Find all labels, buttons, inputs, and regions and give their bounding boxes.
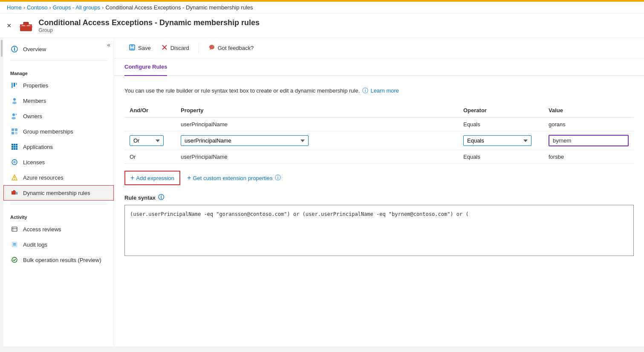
sidebar-item-owners[interactable]: Owners — [3, 108, 114, 124]
row3-value: forsbe — [543, 150, 634, 164]
svg-rect-22 — [14, 144, 15, 145]
svg-rect-20 — [15, 132, 17, 134]
col-operator: Operator — [458, 104, 543, 117]
activity-section-label: Activity — [3, 208, 114, 221]
svg-rect-21 — [12, 144, 13, 145]
save-button[interactable]: Save — [124, 41, 155, 55]
audit-logs-icon — [10, 240, 19, 249]
sidebar-item-licenses[interactable]: Licenses — [3, 154, 114, 170]
breadcrumb-sep-1: › — [23, 4, 25, 11]
page-header: × Conditional Access Exceptions - Dynami… — [0, 14, 644, 38]
svg-point-13 — [12, 102, 17, 104]
learn-more-link[interactable]: Learn more — [371, 87, 399, 94]
svg-rect-17 — [12, 128, 14, 131]
svg-rect-10 — [14, 83, 15, 87]
get-custom-extension-button[interactable]: + Get custom extension properties ⓘ — [187, 174, 282, 182]
svg-rect-24 — [12, 146, 13, 148]
sidebar-item-properties[interactable]: Properties — [3, 78, 114, 93]
access-reviews-icon — [10, 225, 19, 233]
svg-rect-26 — [16, 146, 17, 148]
sidebar-item-label: Overview — [23, 46, 46, 52]
info-tooltip-icon[interactable]: ⓘ — [362, 87, 368, 94]
toolbar-separator — [199, 43, 199, 53]
manage-divider — [10, 60, 107, 61]
add-expression-button[interactable]: + Add expression — [124, 171, 180, 185]
sidebar-item-bulk-operation[interactable]: Bulk operation results (Preview) — [3, 252, 114, 268]
dynamic-membership-icon — [10, 189, 19, 197]
get-custom-info-icon[interactable]: ⓘ — [275, 174, 281, 182]
activity-divider — [10, 204, 107, 204]
svg-rect-5 — [22, 25, 25, 26]
row2-and-or-cell: Or And — [124, 131, 176, 150]
and-or-select[interactable]: Or And — [130, 135, 164, 146]
azure-resources-icon — [10, 173, 19, 182]
discard-icon — [161, 44, 168, 52]
page-subtitle: Group — [39, 27, 260, 33]
breadcrumb-current: Conditional Access Exceptions - Dynamic … — [105, 4, 253, 11]
sidebar-item-audit-logs[interactable]: Audit logs — [3, 237, 114, 252]
sidebar-item-overview[interactable]: i Overview — [3, 41, 114, 57]
property-select[interactable]: userPrincipalName displayName mail depar… — [181, 135, 309, 146]
row2-property-cell: userPrincipalName displayName mail depar… — [176, 131, 458, 150]
row2-operator-cell: Equals Not Equals Contains — [458, 131, 543, 150]
sidebar-item-applications[interactable]: Applications — [3, 139, 114, 154]
operator-select[interactable]: Equals Not Equals Contains — [463, 135, 531, 146]
header-icon — [18, 18, 34, 33]
toolbar: Save Discard Got feedback? — [114, 38, 644, 58]
breadcrumb-contoso[interactable]: Contoso — [27, 4, 47, 11]
svg-rect-29 — [16, 148, 17, 150]
rule-table: And/Or Property Operator Value userPrinc… — [124, 104, 634, 164]
feedback-button[interactable]: Got feedback? — [204, 41, 258, 55]
row1-and-or — [124, 117, 176, 131]
svg-text:i: i — [14, 46, 15, 52]
rule-syntax-box[interactable]: (user.userPrincipalName -eq "goransson@c… — [124, 205, 634, 256]
row1-operator: Equals — [458, 117, 543, 131]
svg-rect-11 — [16, 83, 17, 85]
rule-syntax-section: Rule syntax ⓘ (user.userPrincipalName -e… — [124, 194, 634, 256]
svg-rect-47 — [131, 45, 133, 47]
sidebar-item-label: Licenses — [23, 159, 45, 166]
sidebar-item-members[interactable]: Members — [3, 93, 114, 108]
value-input[interactable] — [549, 135, 629, 146]
owners-icon — [10, 112, 19, 120]
svg-point-15 — [12, 117, 16, 119]
row2-value-cell — [543, 131, 634, 150]
sidebar-scrollbar — [0, 38, 3, 346]
content-body: You can use the rule builder or rule syn… — [114, 76, 644, 266]
discard-button[interactable]: Discard — [157, 41, 193, 55]
rule-actions-row: + Add expression + Get custom extension … — [124, 171, 634, 185]
applications-icon — [10, 143, 19, 151]
breadcrumb-home[interactable]: Home — [7, 4, 22, 11]
rule-syntax-info-icon[interactable]: ⓘ — [158, 194, 164, 201]
tab-configure-rules[interactable]: Configure Rules — [124, 58, 167, 76]
content-area: Save Discard Got feedback? Configure Rul… — [114, 38, 644, 346]
plus-icon: + — [130, 174, 134, 182]
svg-rect-39 — [12, 227, 17, 231]
manage-section-label: Manage — [3, 64, 114, 78]
breadcrumb: Home › Contoso › Groups - All groups › C… — [0, 2, 644, 14]
svg-rect-3 — [23, 22, 29, 23]
sidebar-item-label: Properties — [23, 82, 48, 89]
sidebar-item-access-reviews[interactable]: Access reviews — [3, 221, 114, 237]
svg-rect-27 — [12, 148, 13, 150]
breadcrumb-groups[interactable]: Groups - All groups — [53, 4, 100, 11]
svg-point-34 — [14, 179, 15, 180]
get-custom-plus-icon: + — [187, 174, 191, 182]
close-button[interactable]: × — [7, 22, 12, 29]
sidebar-collapse-button[interactable]: « — [107, 41, 110, 48]
svg-point-31 — [13, 161, 16, 163]
sidebar-item-label: Audit logs — [23, 241, 47, 248]
feedback-label: Got feedback? — [218, 45, 254, 51]
svg-rect-25 — [14, 146, 15, 148]
sidebar-item-label: Bulk operation results (Preview) — [23, 257, 101, 263]
save-label: Save — [138, 45, 151, 51]
svg-rect-48 — [130, 48, 134, 50]
svg-rect-4 — [19, 26, 33, 27]
row3-operator: Equals — [458, 150, 543, 164]
sidebar-item-group-memberships[interactable]: Group memberships — [3, 124, 114, 139]
svg-point-16 — [15, 113, 17, 115]
svg-point-14 — [12, 113, 15, 116]
svg-rect-9 — [12, 83, 13, 88]
sidebar-item-azure-resources[interactable]: Azure resources — [3, 170, 114, 185]
sidebar-item-dynamic-membership-rules[interactable]: Dynamic membership rules — [3, 185, 114, 201]
